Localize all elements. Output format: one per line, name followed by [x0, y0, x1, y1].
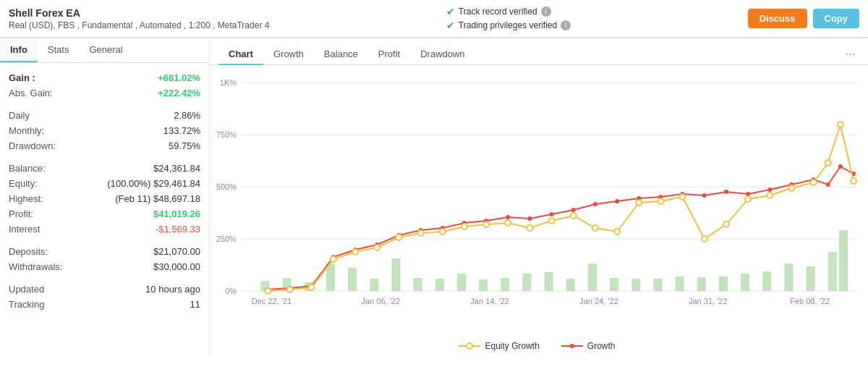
header-left: Shell Forex EA Real (USD), FBS , Fundame… [9, 7, 269, 30]
app-title: Shell Forex EA [9, 7, 269, 19]
svg-point-64 [702, 193, 707, 198]
growth-label: Growth [587, 341, 616, 351]
svg-rect-23 [414, 278, 422, 291]
gain-label: Gain : [9, 72, 35, 83]
svg-point-98 [811, 180, 817, 185]
withdrawals-value: $30,000.00 [153, 261, 200, 272]
stat-highest: Highest: (Feb 11) $48,697.18 [9, 191, 200, 206]
svg-text:Jan 14, '22: Jan 14, '22 [470, 297, 509, 305]
svg-point-92 [680, 194, 686, 200]
svg-point-77 [352, 249, 358, 255]
svg-point-91 [658, 198, 663, 204]
stat-gain: Gain : +681.02% [9, 70, 200, 85]
stat-equity: Equity: (100.00%) $29,461.84 [9, 176, 200, 191]
svg-point-57 [550, 212, 554, 216]
svg-rect-41 [807, 266, 815, 291]
equity-label: Equity: [9, 178, 38, 189]
trading-privileges-label: Trading privileges verified [459, 20, 557, 30]
svg-point-79 [396, 235, 401, 240]
interest-label: Interest [9, 224, 40, 235]
svg-rect-33 [631, 279, 640, 291]
svg-point-56 [527, 216, 532, 221]
daily-value: 2.86% [174, 110, 200, 121]
svg-rect-39 [762, 271, 771, 291]
svg-point-81 [440, 229, 446, 235]
trading-privileges-info-icon[interactable]: i [561, 20, 571, 30]
updated-value: 10 hours ago [145, 284, 200, 295]
equity-value: (100.00%) $29,461.84 [107, 178, 200, 189]
svg-text:Jan 31, '22: Jan 31, '22 [689, 297, 728, 305]
tab-general[interactable]: General [79, 38, 132, 62]
svg-point-85 [527, 225, 532, 231]
updated-label: Updated [9, 284, 44, 295]
svg-point-73 [265, 288, 271, 294]
svg-point-84 [505, 220, 511, 226]
monthly-label: Monthly: [9, 125, 44, 136]
stat-daily: Daily 2.86% [9, 108, 200, 123]
svg-rect-21 [370, 279, 378, 291]
stat-balance: Balance: $24,361.84 [9, 161, 200, 176]
verified-badges: ✔ Track record verified i ✔ Trading priv… [446, 6, 571, 31]
svg-point-97 [788, 185, 794, 191]
svg-rect-24 [435, 279, 444, 291]
chart-tab-growth[interactable]: Growth [263, 44, 314, 65]
svg-point-87 [571, 213, 576, 219]
svg-rect-30 [566, 279, 575, 291]
chart-more-icon[interactable]: ··· [841, 48, 859, 61]
svg-rect-27 [501, 278, 509, 291]
svg-rect-40 [784, 263, 793, 291]
highest-value: (Feb 11) $48,697.18 [115, 193, 200, 204]
legend-growth: Growth [561, 341, 616, 351]
equity-growth-line-icon [459, 342, 480, 350]
tab-info[interactable]: Info [0, 38, 38, 62]
svg-text:0%: 0% [225, 287, 237, 295]
svg-rect-42 [828, 252, 837, 291]
svg-point-89 [614, 229, 620, 235]
stat-profit: Profit: $41,019.26 [9, 206, 200, 222]
profit-label: Profit: [9, 208, 33, 219]
discuss-button[interactable]: Discuss [748, 9, 807, 28]
stats-section: Gain : +681.02% Abs. Gain: +222.42% Dail… [0, 63, 209, 319]
deposits-label: Deposits: [9, 246, 48, 257]
stat-drawdown: Drawdown: 59.75% [9, 138, 200, 153]
chart-tab-drawdown[interactable]: Drawdown [410, 44, 475, 65]
svg-text:750%: 750% [216, 130, 237, 139]
chart-tab-chart[interactable]: Chart [218, 44, 263, 65]
svg-point-65 [724, 190, 728, 194]
balance-value: $24,361.84 [153, 163, 200, 174]
svg-point-80 [418, 230, 424, 236]
svg-point-96 [767, 193, 773, 198]
svg-point-101 [851, 178, 856, 184]
main-content: Info Stats General Gain : +681.02% Abs. … [0, 38, 868, 355]
svg-rect-25 [457, 274, 466, 291]
stat-abs-gain: Abs. Gain: +222.42% [9, 85, 200, 101]
stat-withdrawals: Withdrawals: $30,000.00 [9, 259, 200, 274]
copy-button[interactable]: Copy [813, 9, 860, 28]
svg-rect-36 [697, 277, 706, 291]
check-icon-trading: ✔ [446, 20, 455, 31]
svg-rect-29 [545, 272, 553, 291]
chart-tab-bar: Chart Growth Balance Profit Drawdown ··· [210, 38, 868, 65]
header-actions: Discuss Copy [748, 9, 859, 28]
svg-point-83 [483, 222, 489, 227]
left-tab-bar: Info Stats General [0, 38, 209, 63]
stat-deposits: Deposits: $21,070.00 [9, 244, 200, 259]
app-subtitle: Real (USD), FBS , Fundamental , Automate… [9, 20, 269, 30]
svg-point-76 [331, 256, 336, 262]
svg-text:Feb 08, '22: Feb 08, '22 [790, 297, 830, 305]
gain-value: +681.02% [158, 72, 200, 83]
svg-rect-43 [839, 230, 848, 291]
svg-point-105 [570, 344, 574, 348]
svg-point-78 [374, 245, 380, 250]
svg-point-67 [767, 187, 772, 192]
chart-tab-profit[interactable]: Profit [368, 44, 410, 65]
svg-text:Dec 22, '21: Dec 22, '21 [252, 297, 292, 305]
deposits-value: $21,070.00 [153, 246, 200, 257]
track-record-label: Track record verified [459, 7, 537, 17]
track-record-info-icon[interactable]: i [541, 7, 551, 17]
tab-stats[interactable]: Stats [38, 38, 80, 62]
svg-point-60 [615, 199, 619, 203]
svg-point-70 [826, 182, 830, 187]
svg-point-100 [838, 122, 843, 127]
chart-tab-balance[interactable]: Balance [314, 44, 368, 65]
